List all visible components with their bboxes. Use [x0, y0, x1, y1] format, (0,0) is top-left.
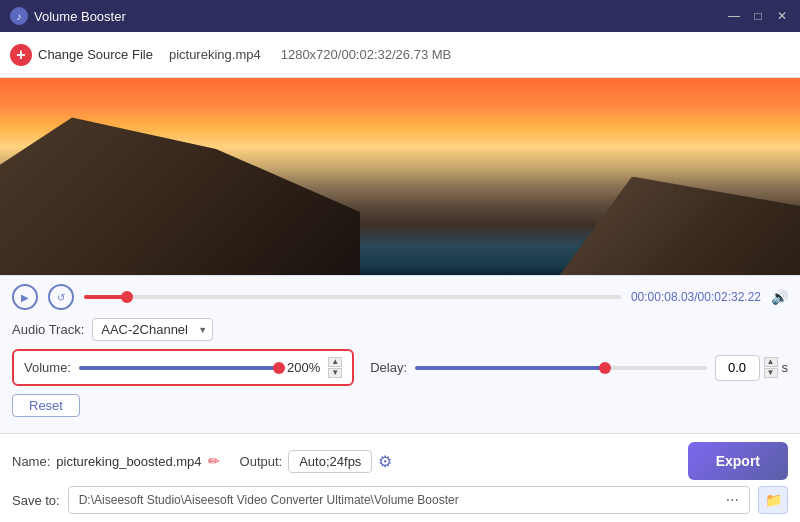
- change-source-button[interactable]: + Change Source File: [10, 44, 153, 66]
- reset-button[interactable]: Reset: [12, 394, 80, 417]
- audio-track-row: Audio Track: AAC-2Channel: [12, 318, 788, 341]
- delay-value-input[interactable]: [715, 355, 760, 381]
- toolbar: + Change Source File pictureking.mp4 128…: [0, 32, 800, 78]
- volume-section: Volume: 200% ▲ ▼: [12, 349, 354, 386]
- timeline-thumb: [121, 291, 133, 303]
- delay-slider-progress: [415, 366, 604, 370]
- window-controls: — □ ✕: [726, 8, 790, 24]
- time-display: 00:00:08.03/00:02:32.22: [631, 290, 761, 304]
- volume-percent: 200%: [287, 360, 320, 375]
- audio-track-label: Audio Track:: [12, 322, 84, 337]
- audio-track-select-wrapper: AAC-2Channel: [92, 318, 213, 341]
- file-name: pictureking.mp4: [169, 47, 261, 62]
- volume-up-button[interactable]: ▲: [328, 357, 342, 367]
- delay-slider-thumb: [599, 362, 611, 374]
- save-path-text: D:\Aiseesoft Studio\Aiseesoft Video Conv…: [79, 493, 459, 507]
- delay-down-button[interactable]: ▼: [764, 368, 778, 378]
- bottom-bar: Name: pictureking_boosted.mp4 ✏ Output: …: [0, 433, 800, 522]
- app-icon: ♪: [10, 7, 28, 25]
- edit-name-icon[interactable]: ✏: [208, 453, 220, 469]
- volume-icon[interactable]: 🔊: [771, 289, 788, 305]
- volume-spinner: ▲ ▼: [328, 357, 342, 378]
- delay-value-box: ▲ ▼ s: [715, 355, 789, 381]
- loop-button[interactable]: ↺: [48, 284, 74, 310]
- svg-text:♪: ♪: [17, 11, 22, 22]
- name-value: pictureking_boosted.mp4: [56, 454, 201, 469]
- volume-slider-thumb: [273, 362, 285, 374]
- change-source-label: Change Source File: [38, 47, 153, 62]
- export-button[interactable]: Export: [688, 442, 788, 480]
- output-value: Auto;24fps: [299, 454, 361, 469]
- close-button[interactable]: ✕: [774, 8, 790, 24]
- plus-icon: +: [10, 44, 32, 66]
- loop-icon: ↺: [57, 292, 65, 303]
- volume-down-button[interactable]: ▼: [328, 368, 342, 378]
- name-section: Name: pictureking_boosted.mp4 ✏: [12, 453, 220, 469]
- delay-up-button[interactable]: ▲: [764, 357, 778, 367]
- video-thumbnail: [0, 78, 800, 275]
- browse-dots-button[interactable]: ···: [726, 491, 739, 509]
- name-output-export-row: Name: pictureking_boosted.mp4 ✏ Output: …: [12, 442, 788, 480]
- volume-label: Volume:: [24, 360, 71, 375]
- file-info: pictureking.mp4 1280x720/00:02:32/26.73 …: [169, 47, 451, 62]
- delay-slider[interactable]: [415, 366, 706, 370]
- delay-spinner: ▲ ▼: [764, 357, 778, 378]
- delay-label: Delay:: [370, 360, 407, 375]
- output-label: Output:: [240, 454, 283, 469]
- maximize-button[interactable]: □: [750, 8, 766, 24]
- output-value-box: Auto;24fps: [288, 450, 372, 473]
- settings-icon[interactable]: ⚙: [378, 452, 392, 471]
- playback-row: ▶ ↺ 00:00:08.03/00:02:32.22 🔊: [12, 284, 788, 310]
- save-to-row: Save to: D:\Aiseesoft Studio\Aiseesoft V…: [12, 486, 788, 514]
- open-folder-button[interactable]: 📁: [758, 486, 788, 514]
- file-meta: 1280x720/00:02:32/26.73 MB: [281, 47, 452, 62]
- timeline-slider[interactable]: [84, 295, 621, 299]
- delay-unit-label: s: [782, 360, 789, 375]
- save-label: Save to:: [12, 493, 60, 508]
- audio-track-select[interactable]: AAC-2Channel: [92, 318, 213, 341]
- output-section: Output: Auto;24fps ⚙: [240, 450, 393, 473]
- volume-delay-row: Volume: 200% ▲ ▼ Delay:: [12, 349, 788, 386]
- folder-icon: 📁: [765, 492, 782, 508]
- window-title: Volume Booster: [34, 9, 726, 24]
- save-path-box: D:\Aiseesoft Studio\Aiseesoft Video Conv…: [68, 486, 750, 514]
- main-container: + Change Source File pictureking.mp4 128…: [0, 32, 800, 522]
- name-output-left: Name: pictureking_boosted.mp4 ✏ Output: …: [12, 450, 688, 473]
- play-button[interactable]: ▶: [12, 284, 38, 310]
- delay-section: Delay: ▲ ▼ s: [370, 355, 788, 381]
- volume-slider-progress: [79, 366, 279, 370]
- name-label: Name:: [12, 454, 50, 469]
- video-preview: [0, 78, 800, 275]
- controls-area: ▶ ↺ 00:00:08.03/00:02:32.22 🔊 Audio Trac…: [0, 275, 800, 433]
- title-bar: ♪ Volume Booster — □ ✕: [0, 0, 800, 32]
- minimize-button[interactable]: —: [726, 8, 742, 24]
- volume-slider[interactable]: [79, 366, 279, 370]
- play-icon: ▶: [21, 292, 29, 303]
